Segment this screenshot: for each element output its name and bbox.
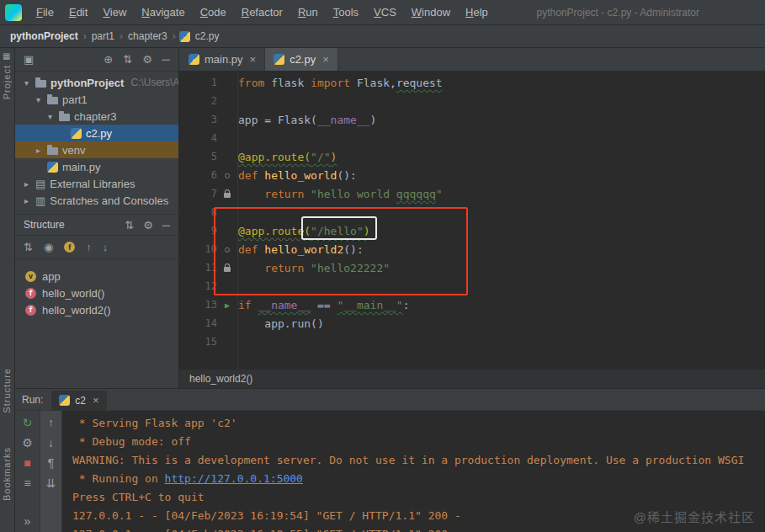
line-number: 15 [179, 336, 217, 348]
menu-window[interactable]: Window [404, 6, 458, 19]
visibility-icon[interactable]: ◉ [44, 242, 53, 253]
close-tab-icon[interactable]: × [93, 394, 99, 407]
menu-tools[interactable]: Tools [326, 6, 366, 19]
structure-item-hello-world2[interactable]: fhello_world2() [15, 301, 178, 318]
project-tree-item-part1[interactable]: ▾part1 [15, 91, 178, 108]
expander-icon[interactable]: ▸ [34, 146, 43, 155]
expand-all-icon[interactable]: ↑ [86, 242, 92, 253]
project-tree: ▾pythonProjectC:\Users\A▾part1▾chapter3c… [15, 72, 178, 214]
project-tree-item-chapter3[interactable]: ▾chapter3 [15, 108, 178, 125]
editor-tab-c2-py[interactable]: c2.py× [265, 48, 338, 71]
code-token: def [238, 243, 264, 256]
structure-item-hello-world[interactable]: fhello_world() [15, 285, 178, 301]
breadcrumb-part1[interactable]: part1 [90, 29, 116, 43]
menu-icon[interactable]: ≡ [24, 477, 30, 489]
sort-icon[interactable]: ⇅ [125, 220, 134, 231]
show-functions-icon[interactable]: f [64, 242, 75, 253]
menu-navigate[interactable]: Navigate [134, 6, 192, 19]
code-line-9: 9@app.route("/hello") [179, 221, 765, 240]
console-line: 127.0.0.1 - - [04/Feb/2023 16:19:55] "GE… [72, 525, 760, 532]
pycharm-window: FileEditViewNavigateCodeRefactorRunTools… [0, 0, 765, 532]
locate-icon[interactable]: ⊕ [104, 54, 113, 65]
soft-wrap-icon[interactable]: ¶ [48, 457, 55, 469]
stripe-bookmarks-button[interactable]: Bookmarks [2, 447, 12, 501]
project-tree-item-pythonproject[interactable]: ▾pythonProjectC:\Users\A [15, 74, 178, 91]
menu-help[interactable]: Help [458, 6, 496, 19]
collapse-all-icon[interactable]: ↓ [103, 242, 109, 253]
scroll-end-icon[interactable]: ⇊ [46, 477, 56, 489]
code-token: " [436, 188, 443, 200]
breadcrumb-pythonproject[interactable]: pythonProject [8, 29, 80, 43]
expander-icon[interactable]: ▾ [34, 95, 43, 104]
more-icon[interactable]: » [24, 515, 31, 527]
code-text: return "hello22222" [237, 262, 390, 274]
hide-panel-icon[interactable]: ─ [162, 220, 170, 231]
code-token: (): [343, 243, 363, 256]
method-marker-icon: ○ [225, 245, 229, 253]
breadcrumb-c2-py[interactable]: c2.py [194, 29, 221, 43]
run-tab-c2[interactable]: c2 × [51, 391, 106, 410]
menu-view[interactable]: View [95, 6, 134, 19]
code-line-12: 12 [179, 277, 765, 295]
menu-code[interactable]: Code [193, 6, 234, 19]
breadcrumb-chapter3[interactable]: chapter3 [126, 29, 169, 43]
line-number: 11 [179, 262, 217, 274]
code-text: return "hello world qqqqqq" [237, 188, 443, 200]
editor-breadcrumb-item[interactable]: hello_world2() [189, 373, 252, 385]
console-url-link[interactable]: http://127.0.0.1:5000 [165, 472, 303, 485]
project-tree-item-venv[interactable]: ▸venv [15, 141, 178, 158]
settings-gear-icon[interactable]: ⚙ [143, 220, 153, 231]
sort-alpha-icon[interactable]: ⇅ [24, 242, 33, 253]
tree-item-label: External Libraries [50, 178, 135, 190]
variable-icon: v [25, 271, 36, 282]
stripe-structure-button[interactable]: Structure [2, 368, 12, 413]
hide-panel-icon[interactable]: ─ [162, 54, 170, 65]
rerun-icon[interactable]: ↻ [23, 417, 33, 428]
folder-icon [47, 97, 58, 104]
project-tree-item-external-libraries[interactable]: ▸▤External Libraries [15, 175, 178, 192]
code-editor[interactable]: 1from flask import Flask,request23app = … [179, 72, 765, 369]
expander-icon[interactable]: ▾ [22, 78, 31, 88]
tree-item-label: part1 [62, 93, 88, 106]
structure-item-label: hello_world2() [42, 304, 111, 317]
menu-refactor[interactable]: Refactor [234, 6, 290, 19]
expander-icon[interactable]: ▸ [22, 179, 31, 189]
close-tab-icon[interactable]: × [322, 53, 329, 66]
line-number: 7 [179, 188, 217, 200]
run-line-icon[interactable]: ▶ [225, 301, 230, 310]
gutter-marker-slot [217, 190, 237, 198]
project-tree-item-c2-py[interactable]: c2.py [15, 125, 178, 141]
run-panel-label: Run: [22, 394, 43, 406]
menu-edit[interactable]: Edit [61, 6, 95, 19]
project-stripe-icon[interactable]: ▦ [3, 51, 10, 61]
code-text: @app.route("/hello") [237, 225, 370, 237]
code-token: def [238, 169, 264, 182]
structure-item-label: hello_world() [42, 287, 104, 300]
line-number: 4 [179, 132, 217, 144]
expand-collapse-icon[interactable]: ⇅ [123, 54, 132, 65]
gutter-marker-slot: ○ [217, 171, 237, 179]
settings-gear-icon[interactable]: ⚙ [22, 437, 33, 449]
code-token: "hello world [311, 188, 396, 200]
expander-icon[interactable]: ▸ [22, 196, 31, 205]
project-tree-item-main-py[interactable]: main.py [15, 158, 178, 175]
structure-item-app[interactable]: vapp [15, 268, 178, 285]
down-stack-icon[interactable]: ↓ [48, 437, 54, 449]
menu-vcs[interactable]: VCS [366, 6, 404, 19]
console-line: WARNING: This is a development server. D… [72, 451, 760, 470]
console-line: * Debug mode: off [72, 433, 760, 451]
scratches-icon: ▥ [35, 195, 45, 206]
menu-run[interactable]: Run [290, 6, 326, 19]
project-tree-item-scratches-and-consoles[interactable]: ▸▥Scratches and Consoles [15, 192, 178, 209]
expander-icon[interactable]: ▾ [45, 112, 55, 121]
editor-tab-main-py[interactable]: main.py× [180, 48, 265, 71]
up-stack-icon[interactable]: ↑ [48, 417, 54, 428]
close-tab-icon[interactable]: × [250, 53, 257, 66]
code-token [238, 188, 264, 200]
tree-item-label: main.py [62, 161, 101, 173]
menu-file[interactable]: File [29, 6, 61, 19]
stop-icon[interactable]: ■ [24, 457, 30, 469]
stripe-project-button[interactable]: Project [2, 65, 12, 99]
settings-gear-icon[interactable]: ⚙ [142, 54, 152, 65]
project-selector-icon[interactable]: ▣ [24, 54, 34, 65]
